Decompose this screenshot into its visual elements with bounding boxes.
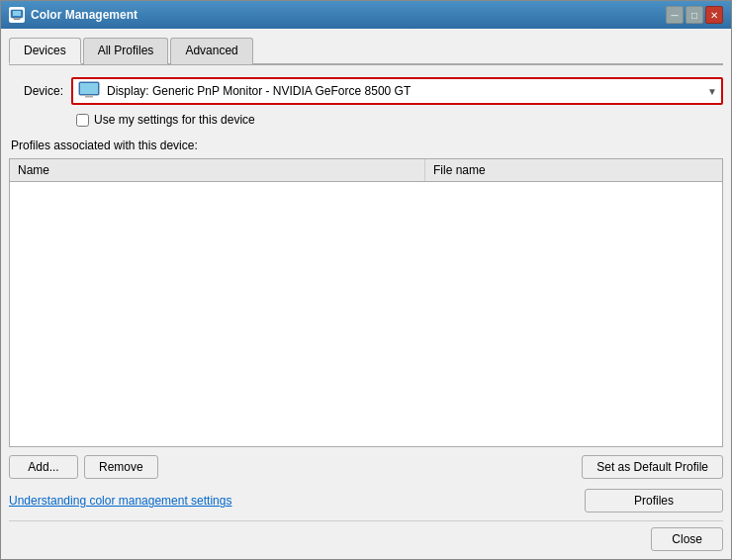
close-button[interactable]: ✕ [705, 6, 723, 24]
device-label: Device: [9, 84, 63, 98]
svg-rect-2 [14, 19, 20, 20]
device-row: Device: Display: Generic PnP Monitor - N… [9, 77, 723, 105]
maximize-button[interactable]: □ [686, 6, 703, 24]
window-controls: ─ □ ✕ [666, 6, 723, 24]
checkbox-row: Use my settings for this device [76, 113, 723, 127]
tab-devices[interactable]: Devices [9, 38, 81, 64]
tab-bar: Devices All Profiles Advanced [9, 37, 723, 65]
understanding-link[interactable]: Understanding color management settings [9, 494, 231, 508]
window-title: Color Management [31, 8, 137, 22]
link-row: Understanding color management settings … [9, 489, 723, 513]
close-main-button[interactable]: Close [651, 527, 723, 551]
title-bar-left: Color Management [9, 7, 137, 23]
add-button[interactable]: Add... [9, 455, 78, 479]
set-default-button[interactable]: Set as Default Profile [582, 455, 723, 479]
table-body [10, 182, 722, 446]
bottom-left-buttons: Add... Remove [9, 455, 158, 479]
window-content: Devices All Profiles Advanced Device: Di… [1, 29, 731, 559]
device-select-wrapper[interactable]: Display: Generic PnP Monitor - NVIDIA Ge… [71, 77, 723, 105]
tab-advanced[interactable]: Advanced [170, 38, 252, 64]
svg-rect-6 [85, 96, 93, 98]
device-dropdown[interactable]: Display: Generic PnP Monitor - NVIDIA Ge… [107, 84, 701, 98]
dropdown-arrow-icon: ▼ [707, 86, 717, 97]
title-bar: Color Management ─ □ ✕ [1, 1, 731, 29]
svg-rect-7 [83, 95, 95, 96]
svg-rect-3 [13, 18, 21, 19]
remove-button[interactable]: Remove [84, 455, 158, 479]
profiles-table: Name File name [9, 158, 723, 447]
close-section: Close [9, 520, 723, 551]
svg-rect-1 [13, 11, 21, 16]
profiles-button[interactable]: Profiles [585, 489, 723, 513]
profiles-section-label: Profiles associated with this device: [11, 139, 723, 152]
window-icon [9, 7, 25, 23]
use-settings-checkbox[interactable] [76, 114, 89, 127]
bottom-actions: Add... Remove Set as Default Profile [9, 455, 723, 479]
column-filename: File name [425, 159, 722, 181]
monitor-icon [77, 81, 101, 101]
use-settings-label: Use my settings for this device [94, 113, 255, 127]
svg-rect-5 [80, 83, 98, 94]
column-name: Name [10, 159, 425, 181]
minimize-button[interactable]: ─ [666, 6, 684, 24]
main-window: Color Management ─ □ ✕ Devices All Profi… [0, 0, 732, 560]
table-header: Name File name [10, 159, 722, 182]
tab-all-profiles[interactable]: All Profiles [83, 38, 169, 64]
